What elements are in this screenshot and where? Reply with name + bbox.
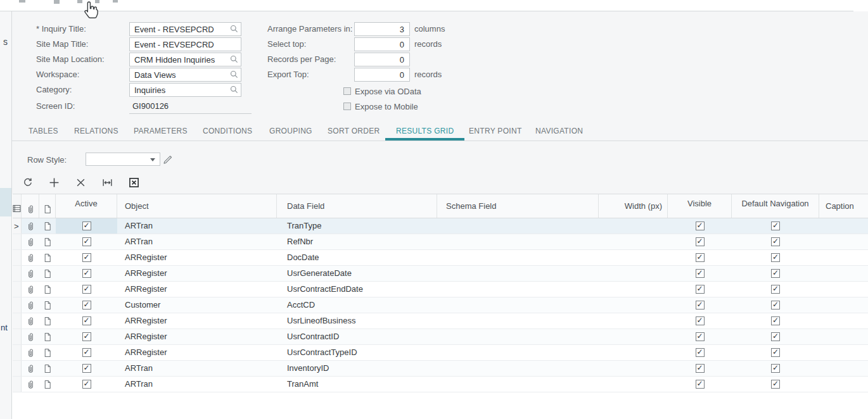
attachments-column-header[interactable]: [22, 194, 39, 218]
row-selector-cell[interactable]: [13, 329, 22, 344]
sidebar-selected-item[interactable]: [0, 188, 11, 216]
table-row[interactable]: > ARTran TranType: [13, 218, 868, 234]
tab-parameters[interactable]: PARAMETERS: [134, 127, 188, 135]
export-top-input[interactable]: [354, 68, 410, 82]
arrange-parameters-value[interactable]: [354, 22, 410, 36]
document-icon[interactable]: [43, 380, 52, 389]
active-checkbox[interactable]: [82, 316, 91, 325]
visible-cell[interactable]: [668, 250, 732, 265]
active-cell[interactable]: [56, 282, 117, 297]
document-icon[interactable]: [43, 285, 52, 294]
document-icon[interactable]: [43, 253, 52, 263]
active-cell[interactable]: [56, 297, 117, 313]
visible-checkbox[interactable]: [696, 380, 705, 389]
width-cell[interactable]: [599, 266, 668, 281]
active-checkbox[interactable]: [82, 237, 91, 246]
toolbar-icon-stub[interactable]: [77, 0, 82, 3]
tab-navigation[interactable]: NAVIGATION: [535, 127, 583, 135]
document-icon[interactable]: [43, 301, 52, 310]
active-cell[interactable]: [56, 218, 117, 234]
default-navigation-cell[interactable]: [732, 266, 819, 281]
schema-field-cell[interactable]: [437, 329, 599, 344]
column-header-active[interactable]: Active: [56, 194, 117, 218]
caption-cell[interactable]: [819, 329, 868, 344]
document-icon[interactable]: [43, 364, 52, 373]
row-selector-cell[interactable]: [13, 250, 22, 265]
active-cell[interactable]: [56, 361, 117, 376]
row-attachments-cell[interactable]: [22, 329, 39, 344]
row-attachments-cell[interactable]: [22, 361, 39, 376]
default-navigation-cell[interactable]: [732, 329, 819, 344]
default-navigation-cell[interactable]: [732, 218, 819, 234]
paperclip-icon[interactable]: [26, 301, 35, 310]
row-selector-cell[interactable]: [13, 361, 22, 376]
width-cell[interactable]: [599, 377, 668, 392]
active-checkbox[interactable]: [82, 380, 91, 389]
active-cell[interactable]: [56, 250, 117, 265]
caption-cell[interactable]: [819, 313, 868, 328]
row-selector-cell[interactable]: [13, 377, 22, 392]
data-field-cell[interactable]: InventoryID: [277, 361, 437, 376]
column-header-schema-field[interactable]: Schema Field: [437, 194, 599, 218]
row-selector-cell[interactable]: [13, 345, 22, 360]
table-row[interactable]: ARRegister UsrGenerateDate: [13, 266, 868, 282]
delete-row-icon[interactable]: [75, 177, 86, 188]
schema-field-cell[interactable]: [437, 297, 599, 313]
object-cell[interactable]: ARTran: [117, 361, 277, 376]
visible-cell[interactable]: [668, 218, 732, 234]
default-navigation-checkbox[interactable]: [771, 237, 780, 246]
table-row[interactable]: ARTran InventoryID: [13, 361, 868, 377]
visible-cell[interactable]: [668, 361, 732, 376]
select-top-value[interactable]: [354, 37, 410, 51]
data-field-cell[interactable]: RefNbr: [277, 234, 437, 249]
active-cell[interactable]: [56, 377, 117, 392]
toolbar-icon-stub[interactable]: [113, 0, 118, 3]
visible-checkbox[interactable]: [696, 237, 705, 246]
active-checkbox[interactable]: [82, 348, 91, 357]
tab-tables[interactable]: TABLES: [29, 127, 58, 135]
data-field-cell[interactable]: UsrLineofBusiness: [277, 313, 437, 328]
sidebar-link-fragment[interactable]: nt: [1, 323, 8, 332]
add-row-icon[interactable]: [48, 177, 60, 188]
row-attachments-cell[interactable]: [22, 250, 39, 265]
column-header-visible[interactable]: Visible: [668, 194, 732, 218]
default-navigation-checkbox[interactable]: [771, 332, 780, 341]
tab-relations[interactable]: RELATIONS: [74, 127, 118, 135]
table-row[interactable]: ARTran TranAmt: [13, 377, 868, 392]
export-to-excel-icon[interactable]: [128, 177, 139, 188]
visible-cell[interactable]: [668, 297, 732, 313]
caption-cell[interactable]: [819, 297, 868, 313]
row-attachments-cell[interactable]: [22, 282, 39, 297]
paperclip-icon[interactable]: [26, 348, 35, 358]
document-icon[interactable]: [43, 316, 52, 326]
active-cell[interactable]: [56, 329, 117, 344]
data-field-cell[interactable]: TranType: [277, 218, 437, 234]
object-cell[interactable]: ARRegister: [117, 313, 277, 328]
object-cell[interactable]: ARRegister: [117, 329, 277, 344]
visible-checkbox[interactable]: [696, 222, 705, 230]
default-navigation-cell[interactable]: [732, 282, 819, 297]
object-cell[interactable]: Customer: [117, 297, 277, 313]
default-navigation-cell[interactable]: [732, 377, 819, 392]
caption-cell[interactable]: [819, 250, 868, 265]
default-navigation-cell[interactable]: [732, 250, 819, 265]
schema-field-cell[interactable]: [437, 313, 599, 328]
edit-pencil-icon[interactable]: [163, 154, 173, 164]
row-notes-cell[interactable]: [39, 313, 56, 328]
width-cell[interactable]: [599, 329, 668, 344]
paperclip-icon[interactable]: [26, 269, 35, 278]
document-icon[interactable]: [43, 237, 52, 247]
active-checkbox[interactable]: [82, 269, 91, 278]
refresh-icon[interactable]: [22, 177, 33, 188]
paperclip-icon[interactable]: [26, 316, 35, 326]
default-navigation-checkbox[interactable]: [771, 285, 780, 294]
visible-cell[interactable]: [668, 329, 732, 344]
default-navigation-checkbox[interactable]: [771, 269, 780, 278]
row-notes-cell[interactable]: [39, 250, 56, 265]
table-row[interactable]: ARRegister DocDate: [13, 250, 868, 266]
object-cell[interactable]: ARRegister: [117, 282, 277, 297]
default-navigation-cell[interactable]: [732, 361, 819, 376]
caption-cell[interactable]: [819, 266, 868, 281]
column-header-default-navigation[interactable]: Default Navigation: [732, 194, 819, 218]
row-selector-cell[interactable]: [13, 266, 22, 281]
